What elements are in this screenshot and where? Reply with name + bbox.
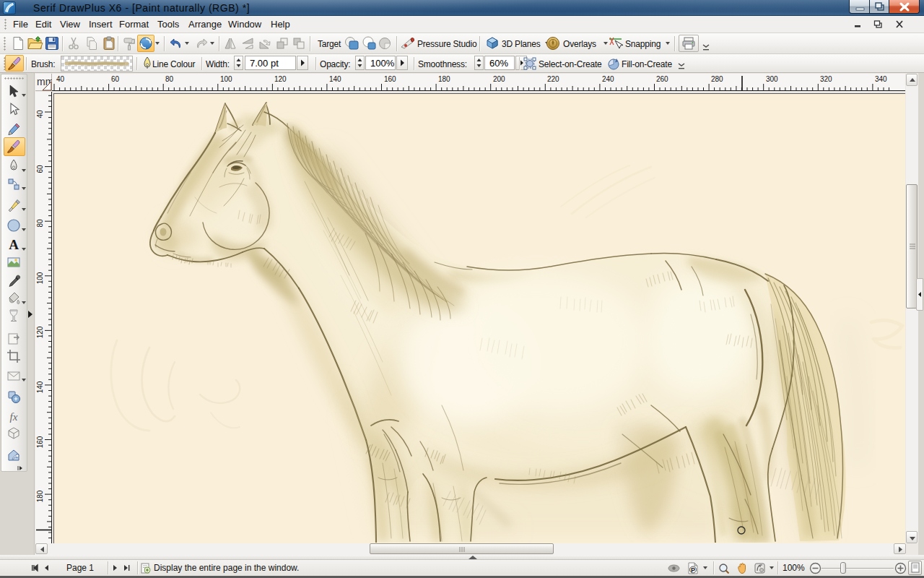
svg-text:100: 100 xyxy=(220,75,232,83)
svg-text:A: A xyxy=(9,238,19,252)
svg-text:60: 60 xyxy=(111,75,120,83)
svg-text:40: 40 xyxy=(36,110,44,118)
svg-text:300: 300 xyxy=(766,75,778,83)
svg-text:180: 180 xyxy=(36,490,44,502)
svg-text:160: 160 xyxy=(36,436,44,448)
svg-text:200: 200 xyxy=(493,75,505,83)
svg-text:80: 80 xyxy=(165,75,174,83)
svg-text:160: 160 xyxy=(384,75,396,83)
svg-text:340: 340 xyxy=(875,75,887,83)
svg-text:120: 120 xyxy=(36,326,44,338)
svg-text:80: 80 xyxy=(36,219,44,228)
svg-text:60: 60 xyxy=(36,165,44,173)
svg-text:220: 220 xyxy=(547,75,559,83)
svg-text:40: 40 xyxy=(56,75,65,83)
svg-text:260: 260 xyxy=(656,75,668,83)
svg-text:240: 240 xyxy=(602,75,614,83)
svg-text:P: P xyxy=(691,566,695,574)
svg-text:fx: fx xyxy=(10,411,18,423)
svg-text:140: 140 xyxy=(329,75,341,83)
svg-text:320: 320 xyxy=(820,75,832,83)
svg-text:280: 280 xyxy=(711,75,723,83)
svg-text:100: 100 xyxy=(36,272,44,284)
svg-text:120: 120 xyxy=(274,75,287,83)
svg-text:140: 140 xyxy=(36,381,44,393)
svg-text:180: 180 xyxy=(438,75,450,83)
